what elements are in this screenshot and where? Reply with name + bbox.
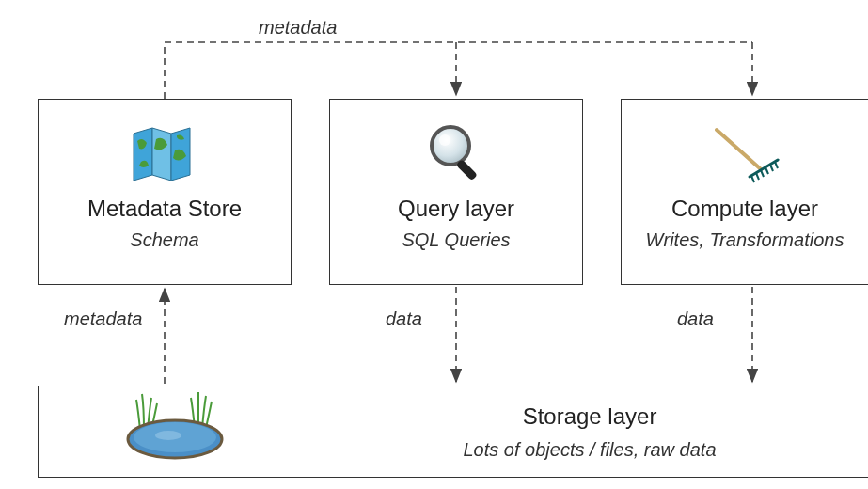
box-storage-layer: Storage layer Lots of objects / files, r… (38, 386, 868, 478)
pond-icon (39, 394, 311, 469)
edge-label-metadata-top: metadata (259, 17, 337, 39)
query-layer-title: Query layer (398, 196, 514, 222)
svg-point-0 (432, 127, 469, 165)
magnifier-icon (422, 117, 490, 190)
svg-line-5 (751, 176, 754, 182)
box-query-layer: Query layer SQL Queries (329, 99, 583, 285)
compute-layer-title: Compute layer (671, 196, 818, 222)
svg-line-8 (765, 167, 768, 174)
svg-rect-2 (456, 159, 478, 181)
rake-icon (702, 117, 787, 190)
box-compute-layer: Compute layer Writes, Transformations (621, 99, 868, 285)
svg-line-9 (770, 165, 773, 171)
svg-line-7 (761, 170, 764, 177)
svg-point-13 (155, 431, 181, 440)
edge-label-metadata-left: metadata (64, 308, 142, 330)
compute-layer-subtitle: Writes, Transformations (646, 229, 844, 251)
storage-layer-title: Storage layer (523, 403, 657, 430)
metadata-store-subtitle: Schema (130, 229, 198, 251)
map-icon (128, 117, 201, 190)
svg-point-1 (439, 134, 450, 146)
query-layer-subtitle: SQL Queries (402, 229, 510, 251)
svg-line-3 (717, 130, 761, 169)
svg-line-10 (775, 162, 778, 168)
storage-layer-subtitle: Lots of objects / files, raw data (463, 439, 716, 461)
edge-label-data-middle: data (386, 308, 422, 330)
box-metadata-store: Metadata Store Schema (38, 99, 292, 285)
edge-label-data-right: data (677, 308, 714, 330)
svg-line-6 (756, 173, 759, 180)
metadata-store-title: Metadata Store (87, 196, 242, 222)
